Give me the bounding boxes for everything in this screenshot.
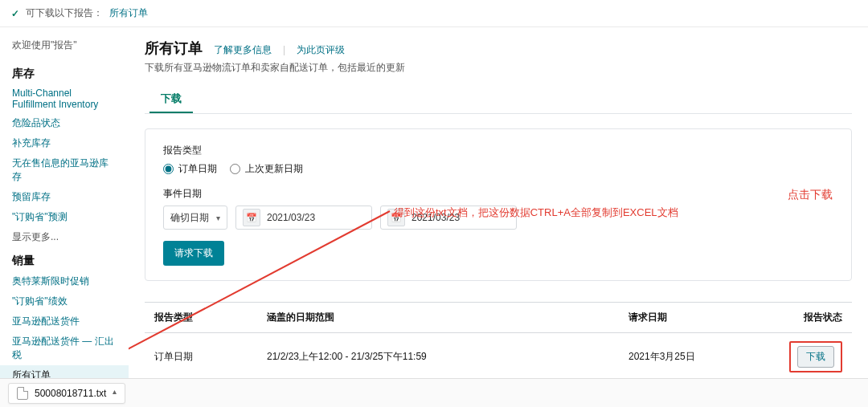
th-type: 报告类型 xyxy=(145,303,257,333)
page-subtitle: 下载所有亚马逊物流订单和卖家自配送订单，包括最近的更新 xyxy=(145,61,852,75)
tabs: 下载 xyxy=(145,86,852,114)
notice-link[interactable]: 所有订单 xyxy=(109,6,148,20)
table-row: 订单日期 21/2/23上午12:00 - 21/3/25下午11:59 202… xyxy=(145,333,852,381)
event-date-label: 事件日期 xyxy=(163,187,833,201)
sidebar-item-hazmat[interactable]: 危险品状态 xyxy=(0,113,129,133)
top-notice-bar: ✓ 可下载以下报告： 所有订单 xyxy=(0,0,868,27)
cell-range: 21/2/23上午12:00 - 21/3/25下午11:59 xyxy=(257,333,619,381)
th-range: 涵盖的日期范围 xyxy=(257,303,619,333)
sidebar-item-reserved[interactable]: 预留库存 xyxy=(0,187,129,207)
highlight-box: 下载 xyxy=(789,341,842,372)
annotation-click: 点击下载 xyxy=(788,188,833,202)
radio-update-date-input[interactable] xyxy=(230,164,240,174)
tab-download[interactable]: 下载 xyxy=(149,86,193,113)
sidebar-item-mcf-inventory[interactable]: Multi-Channel Fulfillment Inventory xyxy=(0,84,129,113)
sidebar-heading-inventory: 库存 xyxy=(0,60,129,84)
sidebar-heading-sales: 销量 xyxy=(0,247,129,271)
cell-status: 下载 xyxy=(747,333,852,381)
table-header-row: 报告类型 涵盖的日期范围 请求日期 报告状态 xyxy=(145,303,852,333)
link-learn-more[interactable]: 了解更多信息 xyxy=(214,43,272,57)
browser-download-bar: 50008018711.txt ▾ xyxy=(0,378,868,407)
page-title: 所有订单 xyxy=(145,39,203,58)
request-download-button[interactable]: 请求下载 xyxy=(163,241,224,266)
radio-order-date[interactable]: 订单日期 xyxy=(163,162,217,176)
download-filename: 50008018711.txt xyxy=(35,388,106,399)
sidebar-item-outlet[interactable]: 奥特莱斯限时促销 xyxy=(0,271,129,291)
sidebar-item-fba-shipment[interactable]: 亚马逊配送货件 xyxy=(0,311,129,332)
chevron-down-icon: ▾ xyxy=(216,214,220,222)
date-from-value: 2021/03/23 xyxy=(267,212,315,223)
notice-text: 可下载以下报告： xyxy=(26,6,103,20)
radio-update-date-label: 上次更新日期 xyxy=(245,162,303,176)
sidebar-welcome: 欢迎使用"报告" xyxy=(0,39,129,60)
file-icon xyxy=(17,387,28,400)
filter-panel: 报告类型 订单日期 上次更新日期 事件日期 确切日期 ▾ 📅 xyxy=(145,128,852,281)
divider: | xyxy=(283,44,285,55)
radio-order-date-label: 订单日期 xyxy=(178,162,217,176)
content-area: 所有订单 了解更多信息 | 为此页评级 下载所有亚马逊物流订单和卖家自配送订单，… xyxy=(129,27,868,407)
date-mode-value: 确切日期 xyxy=(170,211,209,225)
sidebar-item-subscribe-forecast[interactable]: "订购省"预测 xyxy=(0,207,129,227)
date-from-input[interactable]: 📅 2021/03/23 xyxy=(235,206,372,230)
check-icon: ✓ xyxy=(11,8,19,19)
sidebar-item-restock[interactable]: 补充库存 xyxy=(0,133,129,153)
cell-req: 2021年3月25日 xyxy=(619,333,747,381)
report-type-label: 报告类型 xyxy=(163,144,833,157)
link-rate-page[interactable]: 为此页评级 xyxy=(297,43,345,57)
sidebar-item-show-more[interactable]: 显示更多... xyxy=(0,227,129,247)
cell-type: 订单日期 xyxy=(145,333,257,381)
radio-update-date[interactable]: 上次更新日期 xyxy=(230,162,303,176)
date-mode-select[interactable]: 确切日期 ▾ xyxy=(163,206,227,230)
radio-order-date-input[interactable] xyxy=(163,164,174,174)
sidebar: 欢迎使用"报告" 库存 Multi-Channel Fulfillment In… xyxy=(0,27,129,407)
sidebar-item-no-sale-info[interactable]: 无在售信息的亚马逊库存 xyxy=(0,153,129,187)
sidebar-item-subscribe-perf[interactable]: "订购省"绩效 xyxy=(0,291,129,311)
th-status: 报告状态 xyxy=(747,303,852,333)
download-chip[interactable]: 50008018711.txt ▾ xyxy=(8,383,125,404)
sidebar-item-fba-shipment-tax[interactable]: 亚马逊配送货件 — 汇出税 xyxy=(0,332,129,365)
download-button[interactable]: 下载 xyxy=(797,346,834,368)
chevron-up-icon[interactable]: ▾ xyxy=(113,389,117,397)
calendar-icon: 📅 xyxy=(243,209,260,226)
th-request-date: 请求日期 xyxy=(619,303,747,333)
annotation-note: 得到这份txt文档，把这份数据CTRL+A全部复制到EXCEL文档 xyxy=(394,206,678,220)
